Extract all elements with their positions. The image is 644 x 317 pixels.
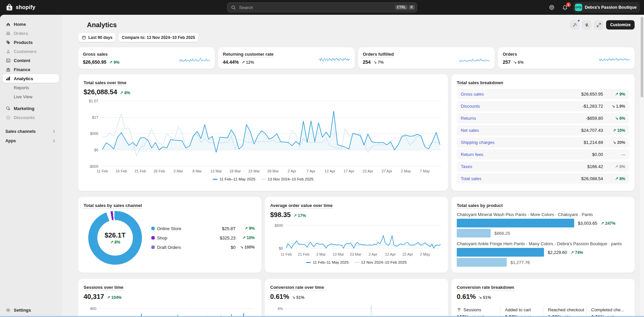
topbar: S shopify CTRL K 1 DPB Debra's Passion B… xyxy=(0,0,644,15)
svg-text:8 Mar: 8 Mar xyxy=(193,169,202,173)
breakdown-row-return-fees: Return fees$0.00— xyxy=(457,149,629,160)
svg-text:16 Feb: 16 Feb xyxy=(115,169,127,173)
svg-text:12 Apr: 12 Apr xyxy=(325,169,335,173)
sidebar-section-sales-channels[interactable]: Sales channels xyxy=(3,127,59,136)
magic-insights-button[interactable] xyxy=(570,20,579,30)
notifications-button[interactable]: 1 xyxy=(560,2,571,13)
svg-text:$0: $0 xyxy=(94,148,98,152)
shopify-logo[interactable]: S shopify xyxy=(5,3,35,11)
svg-text:3 Mar: 3 Mar xyxy=(316,252,326,256)
sidebar-item-orders[interactable]: Orders xyxy=(3,29,59,38)
assistant-button[interactable] xyxy=(546,2,557,13)
svg-text:11 Feb: 11 Feb xyxy=(97,169,108,173)
breakdown-row-link[interactable]: Taxes xyxy=(461,164,585,169)
sidebar-item-analytics[interactable]: Analytics xyxy=(3,74,59,83)
breakdown-row-link[interactable]: Shipping charges xyxy=(461,140,581,145)
compare-to-button[interactable]: Compare to: 13 Nov 2024–10 Feb 2025 xyxy=(118,33,198,42)
sidebar-item-products[interactable]: Products xyxy=(3,38,59,47)
shopify-wordmark: shopify xyxy=(16,4,35,10)
conversion-value: 0.61% xyxy=(270,293,289,301)
product-current-value: $3,003.65 xyxy=(578,221,597,226)
scrollbar-track[interactable] xyxy=(640,15,644,317)
channel-value: $25.8T xyxy=(214,226,236,231)
metric-card-orders[interactable]: Orders257↘ 6% xyxy=(498,47,635,69)
sales-by-channel-card: Total sales by sales channel $26.1T ↗ 8%… xyxy=(78,197,261,273)
channel-label: Shop xyxy=(157,235,167,241)
channel-legend-row-draft-orders: Draft Orders$0↘ 100% xyxy=(151,245,255,250)
channel-delta: ↘ 100% xyxy=(238,245,255,250)
breakdown-row-link[interactable]: Total sales xyxy=(461,176,579,181)
breakdown-row-link[interactable]: Returns xyxy=(461,116,583,121)
metric-value: $26,650.95 xyxy=(83,59,106,65)
breakdown-row-value: $26,088.54 xyxy=(581,176,603,181)
total-sales-delta: ↗ 8% xyxy=(120,91,130,95)
product-name: Chatoyant Mineral Wash Plus Pants - More… xyxy=(457,212,629,217)
scrollbar-thumb[interactable] xyxy=(641,17,643,97)
store-avatar: DPB xyxy=(575,4,582,11)
svg-text:$0: $0 xyxy=(279,246,283,250)
sidebar-item-live-view[interactable]: Live View xyxy=(3,92,59,101)
date-range-button[interactable]: Last 90 days xyxy=(78,33,116,42)
store-menu[interactable]: DPB Debra's Passion Boutique xyxy=(573,2,640,13)
search-bar[interactable]: CTRL K xyxy=(227,2,417,12)
sidebar-item-marketing[interactable]: Marketing xyxy=(3,104,59,113)
sessions-value: 40,317 xyxy=(84,293,104,301)
customize-button[interactable]: Customize xyxy=(606,20,635,30)
breakdown-row-value: -$659.80 xyxy=(586,116,603,121)
funnel-steps: Sessions100%40,317Added to cart2.58%1,04… xyxy=(457,306,629,317)
breakdown-row-value: $166.42 xyxy=(587,164,603,169)
breakdown-row-net-sales: Net sales$24,707.43↗ 10% xyxy=(457,125,629,136)
metric-sparkline xyxy=(179,54,210,65)
svg-text:800: 800 xyxy=(90,307,96,311)
svg-text:7 Apr: 7 Apr xyxy=(307,169,315,173)
sidebar-nav: HomeOrdersProductsCustomersContentFinanc… xyxy=(0,20,62,145)
channel-color-chip xyxy=(151,236,155,240)
svg-text:27 Apr: 27 Apr xyxy=(382,169,392,173)
product-delta: ↗ 74% xyxy=(571,250,583,255)
sessions-delta: ↗ 104% xyxy=(107,295,121,300)
sidebar-item-finance[interactable]: Finance xyxy=(3,65,59,74)
product-previous-label: $1,277.76 xyxy=(510,260,530,265)
product-group: Chatoyant Ankle Fringe Hem Pants - Many … xyxy=(457,241,629,267)
breakdown-row-link[interactable]: Net sales xyxy=(461,128,579,133)
svg-text:22 Apr: 22 Apr xyxy=(402,252,413,256)
total-sales-breakdown-card: Total sales breakdown Gross sales$26,650… xyxy=(451,74,635,191)
legend-dot xyxy=(356,262,357,263)
metric-delta: ↘ 6% xyxy=(513,60,524,65)
sidebar-item-customers[interactable]: Customers xyxy=(3,47,59,56)
sidebar-section-apps[interactable]: Apps xyxy=(3,137,59,145)
funnel-icon xyxy=(457,307,461,312)
sidebar: HomeOrdersProductsCustomersContentFinanc… xyxy=(0,15,62,317)
product-current-bar xyxy=(457,219,574,227)
breakdown-row-link[interactable]: Gross sales xyxy=(461,92,579,97)
breakdown-row-link[interactable]: Return fees xyxy=(461,152,589,157)
sidebar-item-home[interactable]: Home xyxy=(3,20,59,29)
analytics-icon xyxy=(78,22,84,28)
breakdown-row-delta: ↘ 20% xyxy=(606,140,625,145)
metric-card-orders-fulfilled[interactable]: Orders fulfilled254↘ 7% xyxy=(358,47,495,69)
legend-dotted-line-marker xyxy=(355,262,359,263)
product-name: Chatoyant Ankle Fringe Hem Pants - Many … xyxy=(457,241,629,246)
sidebar-item-reports[interactable]: Reports xyxy=(3,83,59,92)
sidebar-section-label: Apps xyxy=(5,139,16,143)
sidebar-item-settings[interactable]: Settings xyxy=(3,306,59,314)
conversion-breakdown-card: Conversion rate breakdown 0.61% ↘ 51% Se… xyxy=(451,279,635,317)
legend-dotted-line-marker xyxy=(261,179,266,180)
legend-solid-line-marker xyxy=(306,262,311,263)
breakdown-row-link[interactable]: Discounts xyxy=(461,104,580,109)
product-current-label: $3,003.65↗ 247% xyxy=(578,221,615,226)
metric-card-returning-customer-rate[interactable]: Returning customer rate44.44%↗ 12% xyxy=(218,47,355,69)
refresh-button[interactable] xyxy=(582,20,591,30)
fullscreen-button[interactable] xyxy=(594,20,603,30)
svg-text:22 Apr: 22 Apr xyxy=(362,169,373,173)
funnel-step-label: Completed che... xyxy=(591,307,624,312)
sidebar-item-content[interactable]: Content xyxy=(3,56,59,65)
legend-dot xyxy=(261,179,262,180)
metric-card-gross-sales[interactable]: Gross sales$26,650.95↗ 9% xyxy=(78,47,215,69)
breakdown-row-taxes: Taxes$166.42↗ 8% xyxy=(457,161,629,172)
breakdown-row-discounts: Discounts-$1,283.72↘ 1.9% xyxy=(457,101,629,111)
legend-label: 13 Nov 2024–10 Feb 2025 xyxy=(361,260,407,264)
product-previous-value: $866.25 xyxy=(494,231,510,236)
sidebar-item-discounts[interactable]: Discounts xyxy=(3,113,59,122)
search-input[interactable] xyxy=(239,5,393,10)
